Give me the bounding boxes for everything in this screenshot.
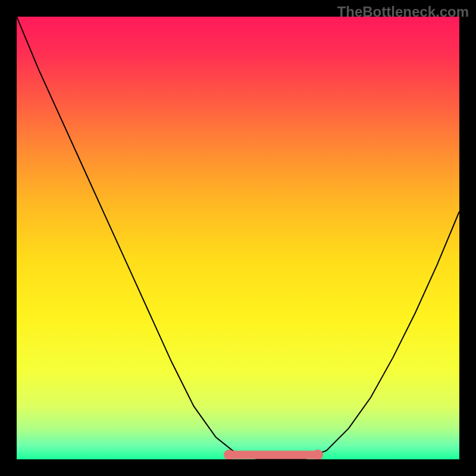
bottleneck-chart xyxy=(17,17,459,459)
watermark-text: TheBottleneck.com xyxy=(337,4,469,20)
chart-background xyxy=(17,17,459,459)
optimal-region-marker xyxy=(224,450,323,459)
